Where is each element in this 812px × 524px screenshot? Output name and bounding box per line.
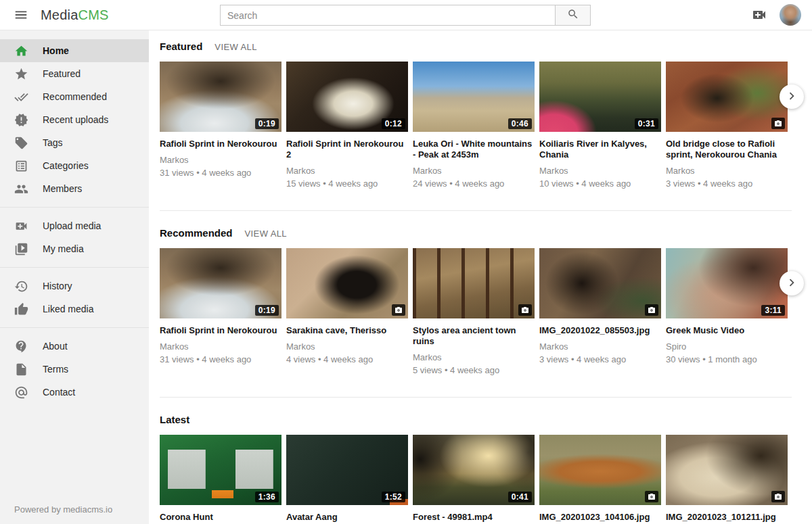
media-author[interactable]: Markos — [666, 166, 788, 176]
media-thumbnail[interactable]: 1:52 — [286, 435, 408, 505]
media-thumbnail[interactable]: 0:12 — [286, 62, 408, 132]
media-card[interactable]: 3:11 Greek Music Video Spiro 30 views • … — [666, 248, 788, 375]
media-thumbnail[interactable] — [666, 435, 788, 505]
video-call-icon — [14, 219, 28, 233]
media-author[interactable]: Markos — [160, 341, 281, 352]
media-card[interactable]: IMG_20201023_101211.jpg Markos 4 views •… — [666, 435, 788, 524]
media-title[interactable]: Sarakina cave, Therisso — [286, 325, 408, 336]
media-thumbnail[interactable]: 0:41 — [413, 435, 535, 505]
sidebar-item-categories[interactable]: Categories — [0, 154, 149, 177]
section-title: Featured — [160, 41, 202, 52]
media-meta: 30 views • 1 month ago — [666, 354, 788, 364]
user-avatar[interactable] — [780, 4, 801, 26]
duration-badge: 0:19 — [255, 305, 279, 316]
sidebar-item-my-media[interactable]: My media — [0, 237, 149, 260]
media-card[interactable]: 0:31 Koiliaris River in Kalyves, Chania … — [539, 62, 661, 189]
media-title[interactable]: Rafioli Sprint in Nerokourou 2 — [286, 139, 408, 160]
media-title[interactable]: IMG_20201023_101211.jpg — [666, 512, 788, 523]
camera-icon — [645, 491, 658, 502]
search-input[interactable] — [220, 5, 555, 26]
media-card[interactable]: 1:36 Corona Hunt Dickson Jr. 6 views • 4… — [160, 435, 281, 524]
media-author[interactable]: Markos — [413, 352, 535, 362]
section-title: Recommended — [160, 227, 233, 239]
media-thumbnail[interactable] — [539, 435, 661, 505]
media-title[interactable]: Avatar Aang — [286, 512, 408, 523]
menu-button[interactable] — [14, 7, 28, 22]
media-author[interactable]: Markos — [539, 341, 661, 352]
view-all-link[interactable]: VIEW ALL — [245, 229, 287, 239]
media-card[interactable]: IMG_20201022_085503.jpg Markos 3 views •… — [539, 248, 661, 375]
media-card[interactable]: 0:19 Rafioli Sprint in Nerokourou Markos… — [160, 62, 281, 189]
media-thumbnail[interactable]: 3:11 — [666, 248, 788, 318]
media-thumbnail[interactable]: 0:19 — [160, 248, 281, 318]
media-title[interactable]: Leuka Ori - White mountains - Peak at 24… — [413, 139, 535, 160]
media-card[interactable]: Old bridge close to Rafioli sprint, Nero… — [666, 62, 788, 189]
logo-media-text: Media — [41, 7, 78, 22]
media-card[interactable]: 0:46 Leuka Ori - White mountains - Peak … — [413, 62, 535, 189]
thumb-up-icon — [14, 302, 28, 316]
next-button[interactable] — [780, 85, 804, 109]
header: MediaCMS — [0, 0, 812, 30]
sidebar-group: Home Featured Recommended Recent uploads… — [0, 39, 149, 207]
media-author[interactable]: Markos — [286, 341, 408, 352]
media-title[interactable]: IMG_20201023_104106.jpg — [539, 512, 661, 523]
chevron-right-icon — [784, 275, 799, 292]
sidebar-item-members[interactable]: Members — [0, 177, 149, 200]
media-title[interactable]: Forest - 49981.mp4 — [413, 512, 535, 523]
search-button[interactable] — [555, 5, 591, 26]
media-author[interactable]: Markos — [160, 155, 281, 165]
tag-icon — [14, 136, 28, 150]
media-author[interactable]: Spiro — [666, 341, 788, 352]
media-author[interactable]: Markos — [539, 166, 661, 176]
media-thumbnail[interactable] — [666, 62, 788, 132]
media-card[interactable]: 0:41 Forest - 49981.mp4 test 17 views • … — [413, 435, 535, 524]
media-author[interactable]: Markos — [286, 166, 408, 176]
sidebar-item-contact[interactable]: Contact — [0, 381, 149, 404]
media-title[interactable]: Koiliaris River in Kalyves, Chania — [539, 139, 661, 160]
section-featured: Featured VIEW ALL 0:19 Rafioli Sprint in… — [160, 30, 792, 211]
media-author[interactable]: Markos — [413, 166, 535, 176]
history-icon — [14, 279, 28, 293]
sidebar-item-upload-media[interactable]: Upload media — [0, 214, 149, 237]
sidebar-item-about[interactable]: About — [0, 335, 149, 358]
media-title[interactable]: Rafioli Sprint in Nerokourou — [160, 325, 281, 336]
sidebar: Home Featured Recommended Recent uploads… — [0, 30, 149, 524]
sidebar-group: Upload media My media — [0, 207, 149, 267]
sidebar-item-terms[interactable]: Terms — [0, 358, 149, 381]
media-card[interactable]: 0:19 Rafioli Sprint in Nerokourou Markos… — [160, 248, 281, 375]
media-title[interactable]: Old bridge close to Rafioli sprint, Nero… — [666, 139, 788, 160]
media-thumbnail[interactable]: 0:46 — [413, 62, 535, 132]
sidebar-item-history[interactable]: History — [0, 275, 149, 297]
media-title[interactable]: IMG_20201022_085503.jpg — [539, 325, 661, 336]
duration-badge: 0:46 — [508, 118, 532, 129]
sidebar-item-featured[interactable]: Featured — [0, 62, 149, 85]
view-all-link[interactable]: VIEW ALL — [215, 42, 256, 52]
sidebar-item-home[interactable]: Home — [0, 39, 149, 62]
sidebar-item-recommended[interactable]: Recommended — [0, 85, 149, 108]
camera-icon — [771, 491, 785, 502]
done-all-icon — [14, 90, 28, 104]
media-card[interactable]: 0:12 Rafioli Sprint in Nerokourou 2 Mark… — [286, 62, 408, 189]
next-button[interactable] — [780, 271, 804, 295]
media-thumbnail[interactable]: 0:31 — [539, 62, 661, 132]
media-title[interactable]: Stylos area ancient town ruins — [413, 325, 535, 347]
sidebar-item-liked-media[interactable]: Liked media — [0, 297, 149, 320]
logo[interactable]: MediaCMS — [41, 7, 109, 23]
media-card[interactable]: IMG_20201023_104106.jpg Markos 4 views •… — [539, 435, 661, 524]
media-title[interactable]: Rafioli Sprint in Nerokourou — [160, 139, 281, 149]
upload-media-button[interactable] — [751, 7, 767, 23]
media-thumbnail[interactable]: 0:19 — [160, 62, 281, 132]
media-thumbnail[interactable] — [539, 248, 661, 318]
duration-badge: 1:36 — [255, 492, 279, 502]
media-title[interactable]: Corona Hunt — [160, 512, 281, 523]
camera-icon — [645, 304, 658, 316]
media-card[interactable]: Stylos area ancient town ruins Markos 5 … — [413, 248, 535, 375]
media-card[interactable]: Sarakina cave, Therisso Markos 4 views •… — [286, 248, 408, 375]
media-title[interactable]: Greek Music Video — [666, 325, 788, 336]
sidebar-item-tags[interactable]: Tags — [0, 131, 149, 154]
media-thumbnail[interactable] — [413, 248, 535, 318]
sidebar-item-recent-uploads[interactable]: Recent uploads — [0, 108, 149, 131]
media-thumbnail[interactable]: 1:36 — [160, 435, 281, 505]
media-card[interactable]: 1:52 Avatar Aang Dickson Jr. 12 views • … — [286, 435, 408, 524]
media-thumbnail[interactable] — [286, 248, 408, 318]
